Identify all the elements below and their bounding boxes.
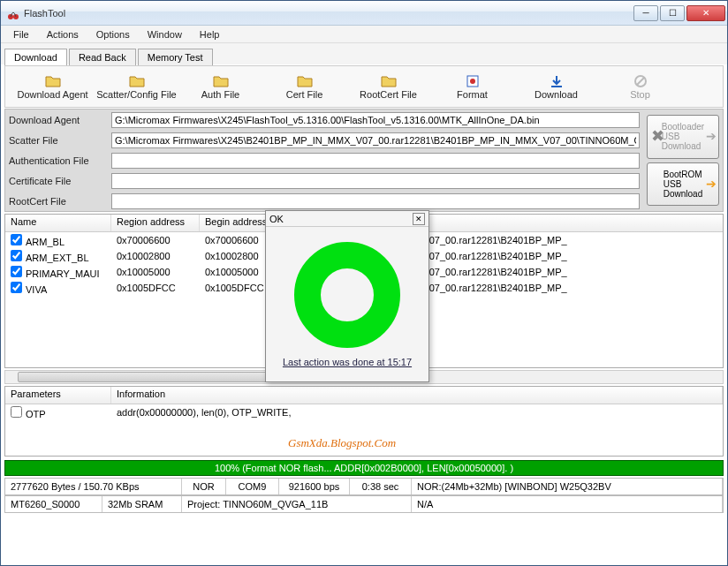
titlebar: FlashTool ─ ☐ ✕: [1, 1, 727, 26]
file-fields: Download Agent Scatter File Authenticati…: [4, 109, 724, 212]
close-x-icon: ✖: [651, 128, 664, 146]
otp-checkbox[interactable]: [11, 406, 22, 418]
close-button[interactable]: ✕: [686, 5, 725, 21]
format-icon: [465, 74, 481, 88]
folder-icon: [213, 74, 229, 88]
status-mt: MT6260_S0000: [5, 496, 102, 512]
tb-cert[interactable]: Cert File: [262, 67, 346, 106]
tb-format[interactable]: Format: [430, 67, 514, 106]
row-checkbox[interactable]: [11, 266, 22, 277]
app-window: FlashTool ─ ☐ ✕ File Actions Options Win…: [0, 0, 728, 566]
svg-line-6: [637, 78, 644, 85]
folder-icon: [45, 74, 61, 88]
arrow-right-icon: ➔: [706, 130, 717, 143]
dialog-title: OK: [269, 214, 284, 224]
rootcert-input[interactable]: [111, 193, 640, 209]
arrow-right-icon: ➔: [706, 177, 717, 191]
tb-download-agent[interactable]: Download Agent: [11, 67, 95, 106]
tab-download[interactable]: Download: [4, 49, 67, 65]
progress-bar: 100% (Format NOR flash... ADDR[0x002B000…: [4, 460, 724, 476]
rootcert-label: RootCert File: [5, 196, 111, 207]
tabbar: Download Read Back Memory Test: [1, 43, 727, 64]
th-begin[interactable]: Begin address: [200, 215, 275, 231]
statusbar: 2777620 Bytes / 150.70 KBps NOR COM9 921…: [4, 478, 724, 513]
th-region[interactable]: Region address: [111, 215, 200, 231]
tb-stop: Stop: [598, 67, 682, 106]
status-chip: NOR:(24Mb+32Mb) [WINBOND] W25Q32BV: [412, 479, 723, 494]
menu-window[interactable]: Window: [139, 27, 191, 42]
th-params[interactable]: Parameters: [5, 387, 111, 404]
app-icon: [6, 6, 20, 20]
toolbar: Download Agent Scatter/Config File Auth …: [4, 65, 724, 108]
row-checkbox[interactable]: [11, 250, 22, 261]
scatter-input[interactable]: [111, 132, 640, 148]
status-nor: NOR: [182, 479, 226, 494]
row-checkbox[interactable]: [11, 282, 22, 293]
success-ring-icon: [294, 242, 400, 348]
params-table: Parameters Information OTP addr(0x000000…: [4, 386, 724, 457]
tb-scatter[interactable]: Scatter/Config File: [95, 67, 178, 106]
stop-icon: [633, 74, 648, 88]
ok-dialog: OK ✕ Last action was done at 15:17: [265, 210, 429, 382]
bootrom-usb-button[interactable]: BootROMUSBDownload ➔: [647, 162, 719, 207]
status-time: 0:38 sec: [350, 479, 412, 494]
folder-icon: [129, 74, 145, 88]
cert-input[interactable]: [111, 173, 640, 189]
tab-memtest[interactable]: Memory Test: [138, 49, 213, 65]
menu-actions[interactable]: Actions: [38, 27, 87, 42]
auth-input[interactable]: [111, 153, 640, 169]
svg-point-3: [470, 79, 475, 84]
auth-label: Authentication File: [5, 155, 111, 166]
tb-download[interactable]: Download: [514, 67, 598, 106]
folder-icon: [297, 74, 313, 88]
status-sram: 32Mb SRAM: [102, 496, 182, 512]
th-name[interactable]: Name: [5, 215, 111, 231]
status-baud: 921600 bps: [279, 479, 350, 494]
row-checkbox[interactable]: [11, 234, 22, 245]
tb-rootcert[interactable]: RootCert File: [346, 67, 430, 106]
maximize-button[interactable]: ☐: [660, 5, 685, 21]
dialog-message: Last action was done at 15:17: [283, 357, 412, 367]
watermark: GsmXda.Blogspot.Com: [288, 436, 396, 450]
tb-auth[interactable]: Auth File: [178, 67, 262, 106]
param-row[interactable]: OTP addr(0x00000000), len(0), OTP_WRITE,: [5, 404, 723, 420]
minimize-button[interactable]: ─: [633, 5, 658, 21]
menu-help[interactable]: Help: [191, 27, 229, 42]
menu-file[interactable]: File: [4, 27, 38, 42]
da-label: Download Agent: [5, 115, 111, 125]
status-project: Project: TINNO60M_QVGA_11B: [182, 496, 412, 512]
status-bytes: 2777620 Bytes / 150.70 KBps: [5, 479, 182, 494]
cert-label: Certificate File: [5, 176, 111, 186]
download-icon: [549, 74, 565, 88]
status-com: COM9: [226, 479, 279, 494]
bootloader-usb-button[interactable]: ✖ BootloaderUSBDownload ➔: [647, 115, 719, 159]
menubar: File Actions Options Window Help: [1, 26, 727, 43]
menu-options[interactable]: Options: [87, 27, 139, 42]
scatter-label: Scatter File: [5, 135, 111, 146]
status-na: N/A: [412, 496, 723, 512]
window-title: FlashTool: [24, 8, 633, 19]
folder-icon: [381, 74, 397, 88]
th-info[interactable]: Information: [111, 387, 723, 404]
da-input[interactable]: [111, 112, 640, 128]
dialog-close-icon[interactable]: ✕: [413, 213, 425, 225]
svg-rect-4: [551, 86, 562, 87]
tab-readback[interactable]: Read Back: [69, 49, 136, 65]
